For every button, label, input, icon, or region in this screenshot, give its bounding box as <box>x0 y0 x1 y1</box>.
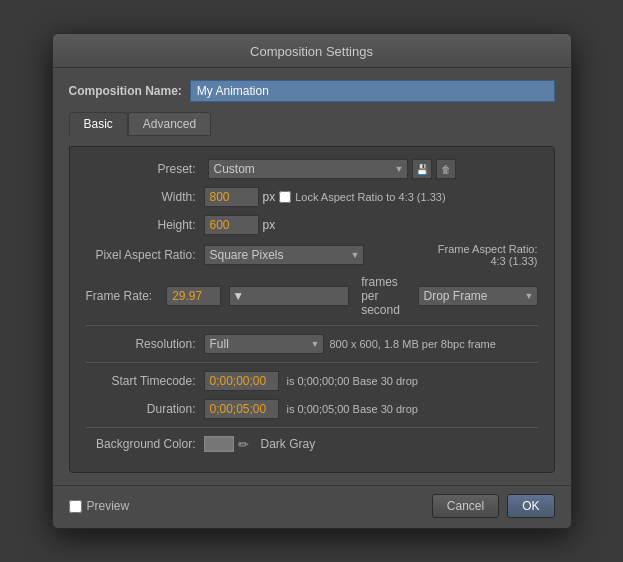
frame-rate-row: Frame Rate: ▼ frames per second Drop Fra… <box>86 275 538 317</box>
lock-aspect-row: Lock Aspect Ratio to 4:3 (1.33) <box>279 191 445 203</box>
tab-advanced[interactable]: Advanced <box>128 112 211 136</box>
preview-checkbox[interactable] <box>69 500 82 513</box>
preset-row: Preset: Custom HDTV 1080 25 NTSC DV PAL … <box>86 159 538 179</box>
frame-rate-dropdown[interactable]: ▼ <box>229 286 349 306</box>
frame-aspect-label: Frame Aspect Ratio: <box>438 243 538 255</box>
start-timecode-label: Start Timecode: <box>86 374 196 388</box>
bg-color-row: Background Color: ✏ Dark Gray <box>86 436 538 452</box>
comp-name-row: Composition Name: <box>69 80 555 102</box>
pixel-aspect-label: Pixel Aspect Ratio: <box>86 248 196 262</box>
dialog-title: Composition Settings <box>53 34 571 68</box>
preset-select-wrap: Custom HDTV 1080 25 NTSC DV PAL D1/DV ▼ <box>208 159 408 179</box>
height-row: Height: px <box>86 215 538 235</box>
frame-aspect-box: Frame Aspect Ratio: 4:3 (1.33) <box>438 243 538 267</box>
dialog-footer: Preview Cancel OK <box>53 485 571 528</box>
frame-aspect-value: 4:3 (1.33) <box>490 255 537 267</box>
preset-save-button[interactable]: 💾 <box>412 159 432 179</box>
width-label: Width: <box>86 190 196 204</box>
width-row: Width: px Lock Aspect Ratio to 4:3 (1.33… <box>86 187 538 207</box>
preset-delete-button[interactable]: 🗑 <box>436 159 456 179</box>
pixel-aspect-select-wrap: Square Pixels D1/DV NTSC (0.91) D1/DV PA… <box>204 245 364 265</box>
height-input[interactable] <box>204 215 259 235</box>
preset-select[interactable]: Custom HDTV 1080 25 NTSC DV PAL D1/DV <box>208 159 408 179</box>
width-input[interactable] <box>204 187 259 207</box>
bg-color-swatch[interactable] <box>204 436 234 452</box>
duration-label: Duration: <box>86 402 196 416</box>
duration-input[interactable] <box>204 399 279 419</box>
frame-rate-input[interactable] <box>166 286 221 306</box>
resolution-label: Resolution: <box>86 337 196 351</box>
divider-3 <box>86 427 538 428</box>
comp-name-input[interactable] <box>190 80 555 102</box>
divider-2 <box>86 362 538 363</box>
frame-rate-label: Frame Rate: <box>86 289 153 303</box>
resolution-row: Resolution: Full Half Third Quarter Cust… <box>86 334 538 354</box>
divider-1 <box>86 325 538 326</box>
tabs-row: Basic Advanced <box>69 112 555 136</box>
height-label: Height: <box>86 218 196 232</box>
resolution-select[interactable]: Full Half Third Quarter Custom <box>204 334 324 354</box>
eyedropper-icon[interactable]: ✏ <box>238 437 249 452</box>
drop-frame-wrap: Drop Frame Non-Drop Frame ▼ <box>418 286 538 306</box>
duration-info: is 0;00;05;00 Base 30 drop <box>287 403 418 415</box>
ok-button[interactable]: OK <box>507 494 554 518</box>
lock-aspect-checkbox[interactable] <box>279 191 291 203</box>
start-timecode-row: Start Timecode: is 0;00;00;00 Base 30 dr… <box>86 371 538 391</box>
start-timecode-input[interactable] <box>204 371 279 391</box>
resolution-select-wrap: Full Half Third Quarter Custom ▼ <box>204 334 324 354</box>
bg-color-name: Dark Gray <box>261 437 316 451</box>
bg-color-label: Background Color: <box>86 437 196 451</box>
pixel-aspect-row: Pixel Aspect Ratio: Square Pixels D1/DV … <box>86 243 538 267</box>
composition-settings-dialog: Composition Settings Composition Name: B… <box>52 33 572 529</box>
preview-label: Preview <box>87 499 130 513</box>
drop-frame-select[interactable]: Drop Frame Non-Drop Frame <box>418 286 538 306</box>
pixel-aspect-select[interactable]: Square Pixels D1/DV NTSC (0.91) D1/DV PA… <box>204 245 364 265</box>
width-px-label: px <box>263 190 276 204</box>
basic-panel: Preset: Custom HDTV 1080 25 NTSC DV PAL … <box>69 146 555 473</box>
preset-label: Preset: <box>86 162 196 176</box>
frame-rate-unit: frames per second <box>361 275 403 317</box>
tab-basic[interactable]: Basic <box>69 112 128 136</box>
comp-name-label: Composition Name: <box>69 84 182 98</box>
start-timecode-info: is 0;00;00;00 Base 30 drop <box>287 375 418 387</box>
preview-checkbox-row: Preview <box>69 499 130 513</box>
frame-rate-dropdown-wrap: ▼ <box>229 286 349 306</box>
cancel-button[interactable]: Cancel <box>432 494 499 518</box>
height-px-label: px <box>263 218 276 232</box>
duration-row: Duration: is 0;00;05;00 Base 30 drop <box>86 399 538 419</box>
lock-aspect-label: Lock Aspect Ratio to 4:3 (1.33) <box>295 191 445 203</box>
resolution-info: 800 x 600, 1.8 MB per 8bpc frame <box>330 338 496 350</box>
